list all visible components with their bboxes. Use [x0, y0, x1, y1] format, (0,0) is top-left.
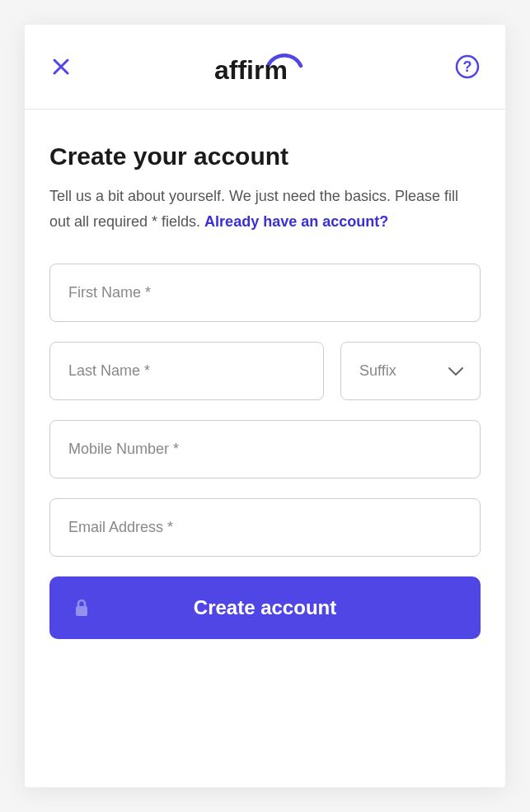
email-input[interactable]	[49, 498, 481, 557]
signup-card: affirm ? Create your account Tell us a b…	[25, 25, 505, 787]
mobile-number-input[interactable]	[49, 420, 481, 478]
affirm-logo: affirm	[210, 48, 317, 86]
svg-text:?: ?	[463, 58, 472, 75]
header: affirm ?	[25, 25, 505, 110]
create-account-button[interactable]: Create account	[49, 576, 481, 639]
close-button[interactable]	[49, 55, 73, 78]
first-name-input[interactable]	[49, 264, 481, 322]
page-title: Create your account	[49, 142, 481, 170]
page-subtitle: Tell us a bit about yourself. We just ne…	[49, 184, 481, 234]
submit-label: Create account	[194, 596, 336, 619]
svg-text:affirm: affirm	[214, 55, 288, 85]
help-icon: ?	[455, 54, 480, 79]
svg-rect-3	[76, 606, 87, 616]
suffix-select[interactable]	[340, 342, 481, 400]
close-icon	[52, 58, 70, 76]
lock-icon	[74, 599, 89, 617]
last-name-input[interactable]	[49, 342, 324, 400]
help-button[interactable]: ?	[454, 54, 481, 80]
content-area: Create your account Tell us a bit about …	[25, 110, 505, 787]
login-link[interactable]: Already have an account?	[204, 213, 388, 230]
